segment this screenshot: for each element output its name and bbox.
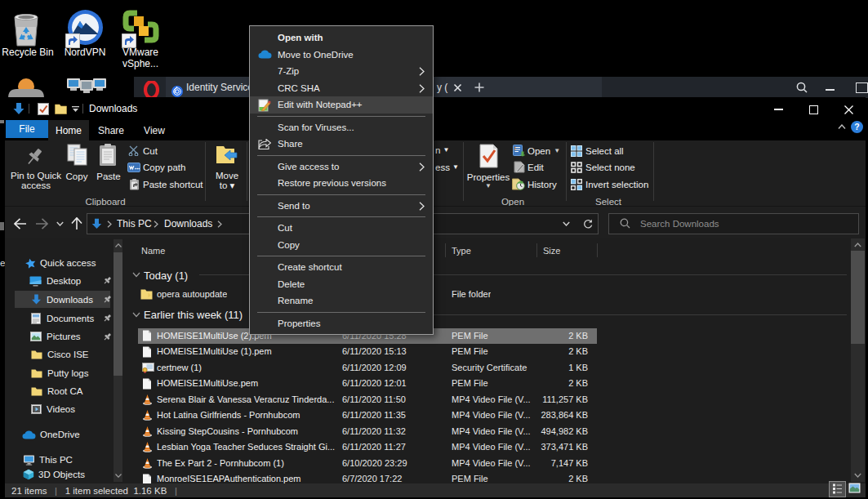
svg-text:?: ? (854, 122, 859, 131)
